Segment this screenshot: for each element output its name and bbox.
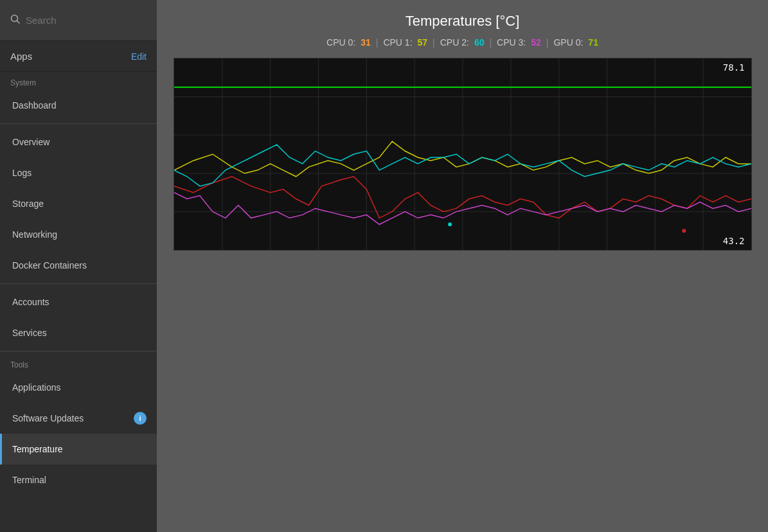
sidebar-item-label: Logs	[12, 168, 31, 178]
search-bar	[0, 0, 157, 41]
sidebar-item-label: Networking	[12, 229, 57, 240]
system-section-header: System	[0, 72, 157, 90]
svg-point-18	[448, 222, 452, 226]
apps-row: Apps Edit	[0, 41, 157, 72]
chart-max-label: 78.1	[723, 62, 745, 73]
sidebar-item-label: Terminal	[12, 475, 46, 485]
sidebar-item-accounts[interactable]: Accounts	[0, 287, 157, 317]
sidebar-item-temperature[interactable]: Temperature	[0, 434, 157, 465]
sidebar-item-label: Storage	[12, 199, 44, 209]
search-icon	[10, 14, 21, 26]
sidebar-item-label: Applications	[12, 382, 61, 393]
sidebar-item-label: Overview	[12, 137, 49, 147]
sidebar-item-storage[interactable]: Storage	[0, 188, 157, 219]
svg-point-19	[682, 229, 686, 233]
sidebar-item-terminal[interactable]: Terminal	[0, 465, 157, 495]
sidebar-item-dashboard[interactable]: Dashboard	[0, 90, 157, 121]
main-content: Temperatures [°C] CPU 0: 31 | CPU 1: 57 …	[157, 0, 768, 532]
sidebar-item-services[interactable]: Services	[0, 317, 157, 348]
cpu1-label: CPU 1:	[383, 37, 412, 48]
sidebar-item-docker-containers[interactable]: Docker Containers	[0, 250, 157, 281]
gpu0-label: GPU 0:	[553, 37, 583, 48]
sidebar-item-label: Dashboard	[12, 100, 57, 111]
gpu0-value: 71	[588, 37, 598, 48]
chart-svg	[174, 58, 751, 250]
svg-line-1	[17, 21, 20, 24]
sidebar-item-label: Services	[12, 328, 47, 338]
apps-label: Apps	[10, 51, 32, 62]
sidebar-item-overview[interactable]: Overview	[0, 127, 157, 157]
sidebar-item-label: Docker Containers	[12, 260, 87, 270]
cpu3-value: 52	[531, 37, 541, 48]
software-updates-badge: i	[134, 412, 147, 425]
chart-min-label: 43.2	[723, 236, 745, 246]
sidebar-item-networking[interactable]: Networking	[0, 219, 157, 250]
edit-button[interactable]: Edit	[131, 51, 147, 62]
sidebar-item-applications[interactable]: Applications	[0, 372, 157, 403]
tools-section-header: Tools	[0, 354, 157, 372]
sidebar-item-logs[interactable]: Logs	[0, 157, 157, 188]
page-title: Temperatures [°C]	[406, 13, 520, 30]
divider	[0, 283, 157, 284]
search-input[interactable]	[26, 15, 147, 26]
sidebar-item-label: Accounts	[12, 297, 49, 307]
cpu3-label: CPU 3:	[497, 37, 526, 48]
divider	[0, 351, 157, 351]
temperature-chart: 78.1 43.2	[174, 58, 752, 251]
cpu0-value: 31	[361, 37, 371, 48]
sidebar-item-label: Software Updates	[12, 413, 84, 423]
cpu2-value: 60	[474, 37, 485, 48]
sidebar-item-software-updates[interactable]: Software Updates i	[0, 403, 157, 434]
cpu-status-bar: CPU 0: 31 | CPU 1: 57 | CPU 2: 60 | CPU …	[326, 37, 598, 48]
cpu1-value: 57	[418, 37, 428, 48]
sidebar: Apps Edit System Dashboard Overview Logs…	[0, 0, 157, 532]
cpu2-label: CPU 2:	[440, 37, 469, 48]
divider	[0, 123, 157, 124]
cpu0-label: CPU 0:	[326, 37, 355, 48]
sidebar-item-label: Temperature	[12, 444, 63, 454]
